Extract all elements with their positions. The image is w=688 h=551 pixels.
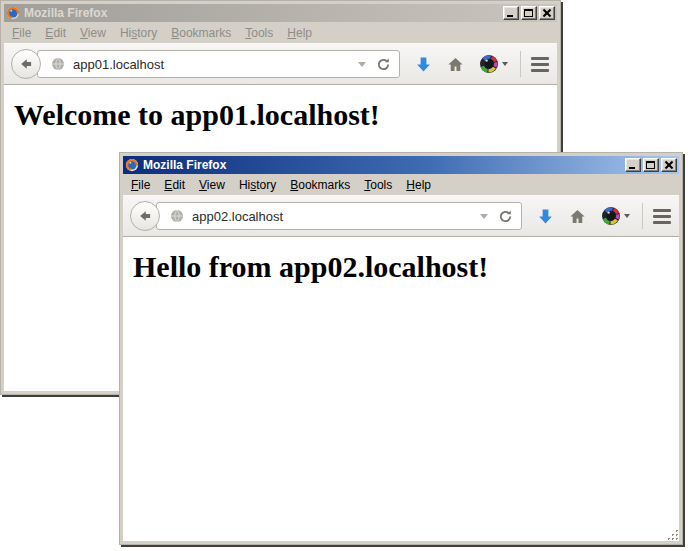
menu-file[interactable]: File (124, 176, 157, 194)
back-button[interactable] (130, 201, 160, 231)
reload-icon[interactable] (376, 57, 391, 72)
titlebar[interactable]: Mozilla Firefox (4, 4, 557, 22)
page-heading: Welcome to app01.localhost! (14, 98, 557, 132)
colorwheel-dropdown-icon (502, 62, 508, 66)
hamburger-icon (531, 69, 549, 72)
page-heading: Hello from app02.localhost! (133, 250, 679, 284)
navigation-toolbar: app01.localhost (4, 43, 557, 85)
resize-grip-icon[interactable] (667, 529, 680, 542)
reload-icon[interactable] (498, 209, 513, 224)
maximize-button[interactable] (643, 158, 659, 172)
hamburger-icon (653, 221, 671, 224)
url-bar[interactable]: app02.localhost (156, 202, 522, 230)
toolbar-separator (642, 203, 643, 229)
hamburger-icon (531, 57, 549, 60)
caption-buttons (625, 158, 677, 172)
caption-buttons (503, 6, 555, 20)
navigation-toolbar: app02.localhost (123, 195, 679, 237)
hamburger-icon (653, 215, 671, 218)
app-menu-button[interactable] (531, 57, 549, 72)
colorwheel-addon-button[interactable] (479, 54, 508, 74)
url-text[interactable]: app01.localhost (73, 57, 352, 72)
back-arrow-icon (18, 56, 34, 72)
site-identity-globe-icon (50, 56, 66, 72)
home-icon (569, 208, 586, 225)
window-title: Mozilla Firefox (24, 6, 499, 20)
maximize-icon (524, 9, 533, 17)
download-arrow-icon (537, 208, 554, 225)
minimize-icon (507, 15, 513, 17)
close-button[interactable] (539, 6, 555, 20)
desktop: Mozilla Firefox File Edit View History B… (0, 0, 688, 551)
url-bar[interactable]: app01.localhost (37, 50, 400, 78)
site-identity-globe-icon (169, 208, 185, 224)
menu-tools[interactable]: Tools (357, 176, 399, 194)
window-title: Mozilla Firefox (143, 158, 621, 172)
menu-view[interactable]: View (192, 176, 232, 194)
hamburger-icon (653, 209, 671, 212)
back-button[interactable] (11, 49, 41, 79)
downloads-button[interactable] (537, 208, 554, 225)
urlbar-dropdown-icon[interactable] (480, 214, 488, 219)
toolbar-separator (520, 51, 521, 77)
url-text[interactable]: app02.localhost (192, 209, 474, 224)
maximize-button[interactable] (521, 6, 537, 20)
page-content: Hello from app02.localhost! (123, 237, 679, 541)
maximize-icon (646, 161, 655, 169)
menu-help[interactable]: Help (280, 24, 319, 42)
menu-tools[interactable]: Tools (238, 24, 280, 42)
minimize-button[interactable] (625, 158, 641, 172)
minimize-icon (629, 167, 635, 169)
downloads-button[interactable] (415, 56, 432, 73)
close-icon (540, 7, 554, 19)
hamburger-icon (531, 63, 549, 66)
browser-window-app02: Mozilla Firefox File Edit View History B… (119, 152, 683, 545)
home-button[interactable] (447, 56, 464, 73)
menu-edit[interactable]: Edit (157, 176, 192, 194)
menu-bar: File Edit View History Bookmarks Tools H… (4, 22, 557, 43)
minimize-button[interactable] (503, 6, 519, 20)
home-icon (447, 56, 464, 73)
close-button[interactable] (661, 158, 677, 172)
menu-edit[interactable]: Edit (38, 24, 73, 42)
download-arrow-icon (415, 56, 432, 73)
colorwheel-addon-button[interactable] (601, 206, 630, 226)
firefox-logo-icon (6, 6, 20, 20)
firefox-logo-icon (125, 158, 139, 172)
menu-view[interactable]: View (73, 24, 113, 42)
menu-bookmarks[interactable]: Bookmarks (283, 176, 357, 194)
titlebar[interactable]: Mozilla Firefox (123, 156, 679, 174)
close-icon (662, 159, 676, 171)
menu-help[interactable]: Help (399, 176, 438, 194)
color-wheel-icon (601, 206, 621, 226)
home-button[interactable] (569, 208, 586, 225)
app-menu-button[interactable] (653, 209, 671, 224)
back-arrow-icon (137, 208, 153, 224)
menu-history[interactable]: History (113, 24, 164, 42)
menu-bookmarks[interactable]: Bookmarks (164, 24, 238, 42)
menu-file[interactable]: File (5, 24, 38, 42)
urlbar-dropdown-icon[interactable] (358, 62, 366, 67)
menu-bar: File Edit View History Bookmarks Tools H… (123, 174, 679, 195)
color-wheel-icon (479, 54, 499, 74)
colorwheel-dropdown-icon (624, 214, 630, 218)
menu-history[interactable]: History (232, 176, 283, 194)
